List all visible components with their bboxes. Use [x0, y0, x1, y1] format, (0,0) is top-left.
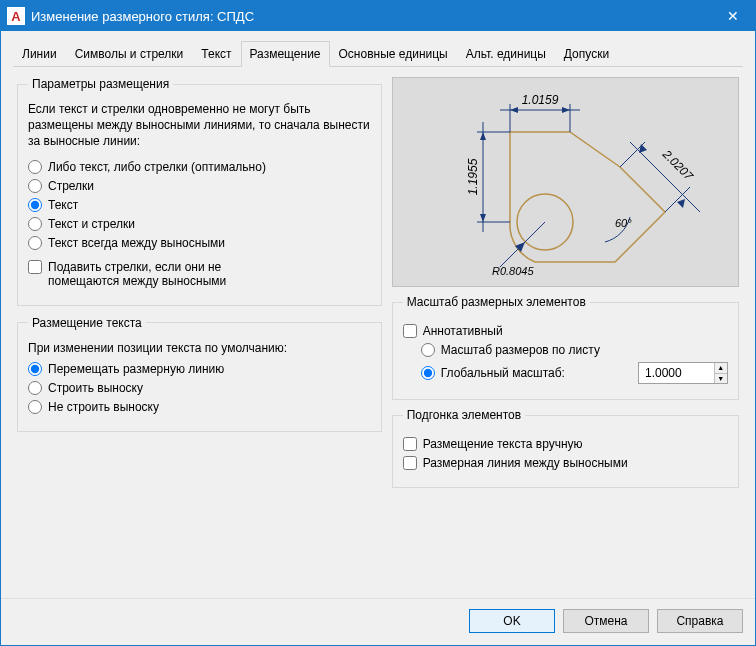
tab-text[interactable]: Текст — [192, 41, 240, 66]
dialog-content: Линии Символы и стрелки Текст Размещение… — [1, 31, 755, 598]
svg-marker-16 — [639, 144, 647, 153]
text-placement-move-dimline-radio[interactable] — [28, 362, 42, 376]
dimline-between-label: Размерная линия между выносными — [423, 456, 628, 470]
dimline-between-check[interactable]: Размерная линия между выносными — [403, 456, 728, 470]
fit-option-always-inside-radio[interactable] — [28, 236, 42, 250]
spinner-down-icon[interactable]: ▼ — [715, 374, 727, 384]
tab-lines[interactable]: Линии — [13, 41, 66, 66]
tab-symbols-arrows[interactable]: Символы и стрелки — [66, 41, 193, 66]
dialog-window: A Изменение размерного стиля: СПДС ✕ Лин… — [0, 0, 756, 646]
manual-text-checkbox[interactable] — [403, 437, 417, 451]
spinner-up-icon[interactable]: ▲ — [715, 363, 727, 374]
dimline-between-checkbox[interactable] — [403, 456, 417, 470]
svg-line-14 — [665, 187, 690, 212]
tab-panel-fit: Параметры размещения Если текст и стрелк… — [13, 67, 743, 588]
tab-primary-units[interactable]: Основные единицы — [330, 41, 457, 66]
right-column: 1.0159 1.1955 2.0207 — [392, 77, 739, 584]
tab-tolerances[interactable]: Допуски — [555, 41, 618, 66]
suppress-arrows-label: Подавить стрелки, если они не помещаются… — [48, 260, 226, 288]
svg-text:60°: 60° — [615, 217, 632, 229]
text-placement-leader[interactable]: Строить выноску — [28, 381, 371, 395]
fit-option-arrows-radio[interactable] — [28, 179, 42, 193]
suppress-arrows-checkbox[interactable] — [28, 260, 42, 274]
annotative-label: Аннотативный — [423, 324, 503, 338]
scale-layout-radio[interactable] — [421, 343, 435, 357]
text-placement-move-dimline-label: Перемещать размерную линию — [48, 362, 224, 376]
global-scale-input[interactable] — [639, 363, 714, 383]
group-text-placement-legend: Размещение текста — [28, 316, 146, 330]
text-placement-leader-label: Строить выноску — [48, 381, 143, 395]
text-placement-no-leader-radio[interactable] — [28, 400, 42, 414]
fit-option-always-inside-label: Текст всегда между выносными — [48, 236, 225, 250]
svg-text:R0.8045: R0.8045 — [492, 265, 534, 277]
text-placement-no-leader[interactable]: Не строить выноску — [28, 400, 371, 414]
svg-marker-11 — [480, 214, 486, 222]
fit-option-text-label: Текст — [48, 198, 78, 212]
fit-option-either[interactable]: Либо текст, либо стрелки (оптимально) — [28, 160, 371, 174]
group-fine-tuning-legend: Подгонка элементов — [403, 408, 525, 422]
left-column: Параметры размещения Если текст и стрелк… — [17, 77, 382, 584]
fit-option-both-radio[interactable] — [28, 217, 42, 231]
annotative-check[interactable]: Аннотативный — [403, 324, 728, 338]
fit-option-text[interactable]: Текст — [28, 198, 371, 212]
text-placement-move-dimline[interactable]: Перемещать размерную линию — [28, 362, 371, 376]
svg-text:1.1955: 1.1955 — [466, 158, 480, 195]
app-icon: A — [7, 7, 25, 25]
text-placement-leader-radio[interactable] — [28, 381, 42, 395]
scale-layout[interactable]: Масштаб размеров по листу — [421, 343, 728, 357]
svg-text:1.0159: 1.0159 — [522, 93, 559, 107]
group-scale: Масштаб размерных элементов Аннотативный… — [392, 295, 739, 400]
suppress-arrows-check[interactable]: Подавить стрелки, если они не помещаются… — [28, 260, 371, 288]
svg-marker-10 — [480, 132, 486, 140]
fit-option-both-label: Текст и стрелки — [48, 217, 135, 231]
tab-fit[interactable]: Размещение — [241, 41, 330, 67]
svg-marker-4 — [510, 107, 518, 113]
fit-option-arrows-label: Стрелки — [48, 179, 94, 193]
tab-strip: Линии Символы и стрелки Текст Размещение… — [13, 41, 743, 67]
text-placement-no-leader-label: Не строить выноску — [48, 400, 159, 414]
manual-text-check[interactable]: Размещение текста вручную — [403, 437, 728, 451]
fit-option-arrows[interactable]: Стрелки — [28, 179, 371, 193]
group-fit-options: Параметры размещения Если текст и стрелк… — [17, 77, 382, 306]
svg-text:2.0207: 2.0207 — [660, 147, 697, 184]
cancel-button[interactable]: Отмена — [563, 609, 649, 633]
scale-layout-label: Масштаб размеров по листу — [441, 343, 600, 357]
fit-option-always-inside[interactable]: Текст всегда между выносными — [28, 236, 371, 250]
dialog-button-row: OK Отмена Справка — [1, 598, 755, 645]
text-placement-description: При изменении позиции текста по умолчани… — [28, 340, 371, 356]
scale-global-radio[interactable] — [421, 366, 435, 380]
svg-marker-5 — [562, 107, 570, 113]
group-text-placement: Размещение текста При изменении позиции … — [17, 316, 382, 432]
preview-svg: 1.0159 1.1955 2.0207 — [415, 82, 715, 282]
scale-global-row: Глобальный масштаб: ▲ ▼ — [421, 362, 728, 384]
dimension-preview: 1.0159 1.1955 2.0207 — [392, 77, 739, 287]
svg-marker-17 — [677, 199, 685, 208]
fit-option-both[interactable]: Текст и стрелки — [28, 217, 371, 231]
titlebar: A Изменение размерного стиля: СПДС ✕ — [1, 1, 755, 31]
manual-text-label: Размещение текста вручную — [423, 437, 583, 451]
group-fine-tuning: Подгонка элементов Размещение текста вру… — [392, 408, 739, 488]
scale-global[interactable]: Глобальный масштаб: — [421, 366, 565, 380]
group-fit-options-legend: Параметры размещения — [28, 77, 173, 91]
fit-option-either-radio[interactable] — [28, 160, 42, 174]
tab-alt-units[interactable]: Альт. единицы — [457, 41, 555, 66]
close-button[interactable]: ✕ — [710, 1, 755, 31]
help-button[interactable]: Справка — [657, 609, 743, 633]
ok-button[interactable]: OK — [469, 609, 555, 633]
group-scale-legend: Масштаб размерных элементов — [403, 295, 590, 309]
annotative-checkbox[interactable] — [403, 324, 417, 338]
fit-option-text-radio[interactable] — [28, 198, 42, 212]
scale-global-label: Глобальный масштаб: — [441, 366, 565, 380]
global-scale-spinner[interactable]: ▲ ▼ — [638, 362, 728, 384]
window-title: Изменение размерного стиля: СПДС — [31, 9, 710, 24]
fit-option-either-label: Либо текст, либо стрелки (оптимально) — [48, 160, 266, 174]
fit-options-description: Если текст и стрелки одновременно не мог… — [28, 101, 371, 150]
